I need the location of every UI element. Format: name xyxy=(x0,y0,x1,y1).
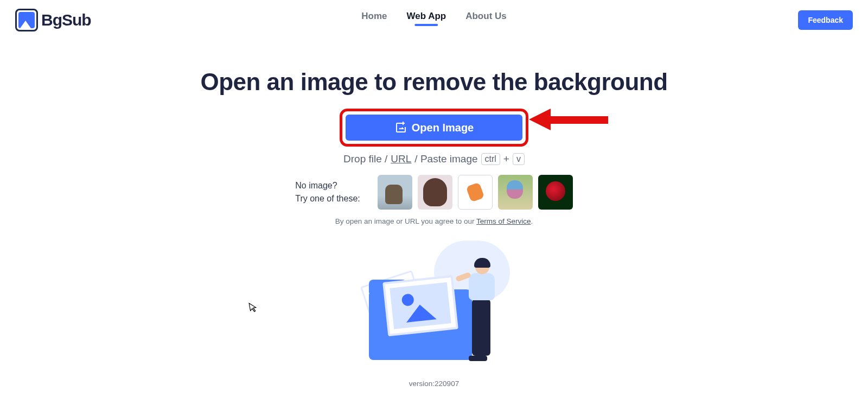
sample-thumb-orange[interactable] xyxy=(458,175,493,210)
open-image-highlight: Open Image xyxy=(340,109,528,147)
drop-instructions: Drop file / URL / Paste image ctrl + v xyxy=(0,153,868,165)
feedback-button[interactable]: Feedback xyxy=(798,10,853,30)
sample-thumb-couple[interactable] xyxy=(378,175,412,210)
page-title: Open an image to remove the background xyxy=(0,68,868,96)
sample-thumb-rose[interactable] xyxy=(538,175,573,210)
samples-prompt: No image? Try one of these: xyxy=(295,179,360,205)
tos-prefix: By open an image or URL you agree to our xyxy=(335,217,476,225)
nav-home[interactable]: Home xyxy=(361,11,387,25)
kbd-v: v xyxy=(513,153,525,165)
open-image-label: Open Image xyxy=(412,122,474,134)
logo-icon xyxy=(15,9,38,31)
drop-prefix: Drop file / xyxy=(343,153,387,165)
kbd-ctrl: ctrl xyxy=(481,153,500,165)
kbd-plus: + xyxy=(503,153,509,165)
terms-link[interactable]: Terms of Service xyxy=(476,217,531,225)
drop-mid: / Paste image xyxy=(414,153,477,165)
sample-thumbnails xyxy=(378,175,573,210)
nav-web-app[interactable]: Web App xyxy=(406,11,446,25)
sample-thumb-bird[interactable] xyxy=(498,175,533,210)
url-link[interactable]: URL xyxy=(391,153,411,165)
samples-line1: No image? xyxy=(295,179,360,192)
open-image-button[interactable]: Open Image xyxy=(346,115,522,141)
hero-illustration xyxy=(353,241,515,365)
nav-about-us[interactable]: About Us xyxy=(465,11,507,25)
main-nav: Home Web App About Us xyxy=(361,11,507,25)
terms-notice: By open an image or URL you agree to our… xyxy=(0,217,868,225)
samples-line2: Try one of these: xyxy=(295,192,360,205)
version-label: version:220907 xyxy=(0,380,868,388)
image-plus-icon xyxy=(394,121,407,134)
sample-thumb-woman[interactable] xyxy=(418,175,452,210)
logo[interactable]: BgSub xyxy=(15,9,91,31)
logo-text: BgSub xyxy=(41,11,91,29)
tos-suffix: . xyxy=(531,217,533,225)
